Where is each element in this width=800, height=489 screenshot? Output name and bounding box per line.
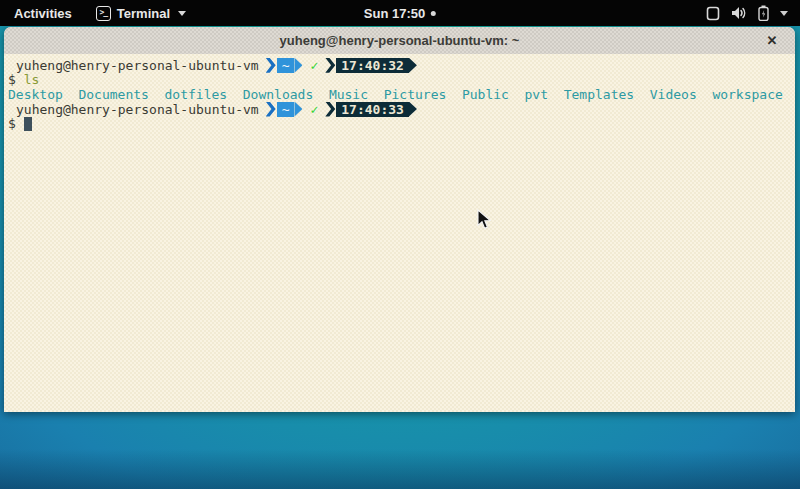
prompt-line: yuheng@henry-personal-ubuntu-vm ~ ✓ 17:4… [8,102,795,117]
directory-name: Downloads [243,87,313,102]
top-bar: Activities >_ Terminal Sun 17:50 [0,0,800,26]
prompt-line: yuheng@henry-personal-ubuntu-vm ~ ✓ 17:4… [8,58,795,73]
terminal-app-icon: >_ [96,6,111,21]
prompt-time: 17:40:32 [336,58,409,73]
directory-name: Templates [564,87,634,102]
cwd-label: ~ [277,58,295,73]
powerline-chevron-icon [325,102,335,117]
powerline-chevron-icon [266,102,276,117]
input-line[interactable]: $ [8,116,795,131]
powerline-tip-icon [409,102,417,117]
status-check-icon: ✓ [310,58,318,73]
powerline-tip-icon [294,58,302,73]
directory-name: Desktop [8,87,63,102]
notification-dot-icon [431,11,436,16]
battery-charging-icon [758,5,769,21]
directory-name: Videos [650,87,697,102]
desktop-bottom-shade [0,449,800,489]
powerline-tip-icon [409,58,417,73]
app-menu-label: Terminal [117,6,170,21]
time-badge: 17:40:33 [325,102,417,117]
directory-name: dotfiles [165,87,228,102]
cwd-badge: ~ [266,58,303,73]
ls-output-line: Desktop Documents dotfiles Downloads Mus… [8,87,795,102]
prompt-user-host: yuheng@henry-personal-ubuntu-vm [16,102,259,117]
directory-name: Music [329,87,368,102]
time-badge: 17:40:32 [325,58,417,73]
directory-name: Pictures [384,87,447,102]
directory-name: Public [462,87,509,102]
command-text: ls [24,72,40,87]
powerline-tip-icon [294,102,302,117]
chevron-down-icon [780,11,788,16]
app-menu-terminal[interactable]: >_ Terminal [86,0,196,26]
close-button[interactable]: ✕ [761,27,783,54]
system-tray[interactable] [700,0,794,26]
directory-name: pvt [525,87,548,102]
prompt-time: 17:40:33 [336,102,409,117]
activities-label: Activities [14,6,72,21]
terminal-cursor [24,117,32,131]
clock-button[interactable]: Sun 17:50 [364,0,436,26]
status-check-icon: ✓ [310,102,318,117]
terminal-content[interactable]: yuheng@henry-personal-ubuntu-vm ~ ✓ 17:4… [4,54,795,412]
screen-icon [706,6,720,21]
prompt-symbol: $ [8,116,16,131]
clock-label: Sun 17:50 [364,6,425,21]
prompt-symbol: $ [8,72,16,87]
activities-button[interactable]: Activities [0,0,86,26]
window-titlebar[interactable]: yuheng@henry-personal-ubuntu-vm: ~ ✕ [4,27,795,54]
cwd-label: ~ [277,102,295,117]
directory-name: workspace [712,87,782,102]
cwd-badge: ~ [266,102,303,117]
prompt-user-host: yuheng@henry-personal-ubuntu-vm [16,58,259,73]
chevron-down-icon [178,11,186,16]
directory-name: Documents [78,87,148,102]
window-title: yuheng@henry-personal-ubuntu-vm: ~ [280,33,520,48]
terminal-window: yuheng@henry-personal-ubuntu-vm: ~ ✕ yuh… [4,27,795,412]
volume-icon [731,6,747,20]
command-line: $ ls [8,73,795,88]
powerline-chevron-icon [266,58,276,73]
powerline-chevron-icon [325,58,335,73]
